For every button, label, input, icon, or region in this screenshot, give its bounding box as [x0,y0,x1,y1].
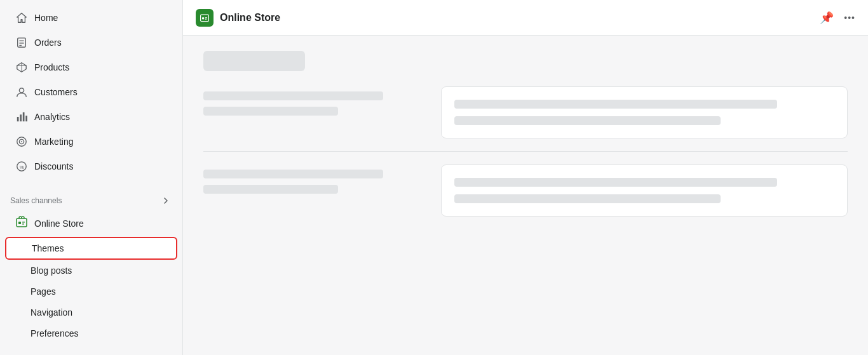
sidebar-item-discounts-label: Discounts [34,161,73,171]
sidebar-subitem-blog-posts-label: Blog posts [31,265,72,276]
svg-point-14 [21,141,22,142]
main-content: Online Store 📌 ••• [183,0,868,355]
sidebar-item-orders[interactable]: Orders [5,30,177,55]
skeleton-line-4 [203,185,338,194]
sidebar-subitem-preferences[interactable]: Preferences [5,323,177,344]
online-store-icon [15,216,28,231]
sidebar: Home Orders Products [0,0,183,355]
products-icon [15,61,28,74]
orders-icon [15,36,28,49]
sidebar-subitem-themes[interactable]: Themes [5,237,177,260]
analytics-icon [15,111,28,123]
svg-rect-10 [23,112,25,121]
sidebar-item-analytics-label: Analytics [34,112,70,122]
expand-icon[interactable] [159,194,172,207]
top-bar: Online Store 📌 ••• [183,0,868,36]
sidebar-item-marketing[interactable]: Marketing [5,130,177,154]
content-row-2 [203,164,848,217]
skeleton-card-2 [441,164,848,217]
svg-rect-23 [205,17,207,18]
skeleton-left-1 [203,86,428,138]
pin-icon[interactable]: 📌 [820,11,834,25]
top-bar-left: Online Store [196,9,280,27]
sidebar-item-customers-label: Customers [34,87,78,97]
skeleton-left-2 [203,164,428,217]
sidebar-subitem-preferences-label: Preferences [31,328,78,338]
skeleton-card-line-4 [454,194,721,203]
sales-channels-label: Sales channels [10,196,62,205]
skeleton-card-line-1 [454,100,777,109]
svg-point-7 [19,88,24,93]
sidebar-item-online-store[interactable]: Online Store [5,210,177,236]
sidebar-subitem-pages-label: Pages [31,286,56,297]
skeleton-title [203,51,305,71]
sidebar-subitem-navigation[interactable]: Navigation [5,302,177,323]
svg-rect-8 [17,117,19,121]
page-title: Online Store [220,12,280,23]
sidebar-item-products[interactable]: Products [5,55,177,79]
skeleton-card-1 [441,86,848,138]
svg-rect-19 [22,222,25,223]
sidebar-item-marketing-label: Marketing [34,137,73,147]
content-area [183,36,868,355]
content-divider [203,151,848,152]
sidebar-item-products-label: Products [34,62,69,72]
skeleton-line-3 [203,170,383,178]
svg-rect-18 [18,222,21,224]
sidebar-item-customers[interactable]: Customers [5,80,177,104]
sidebar-subitem-blog-posts[interactable]: Blog posts [5,260,177,281]
sidebar-subitem-pages[interactable]: Pages [5,281,177,302]
svg-text:%: % [20,164,24,170]
svg-rect-17 [17,218,27,227]
content-row-1 [203,86,848,138]
sidebar-item-discounts[interactable]: % Discounts [5,154,177,178]
svg-rect-11 [25,116,27,121]
home-icon [15,11,28,24]
customers-icon [15,86,28,98]
skeleton-card-line-3 [454,178,777,187]
skeleton-card-line-2 [454,116,721,125]
page-icon [196,9,214,27]
svg-rect-21 [201,15,209,21]
more-options-icon[interactable]: ••• [844,13,855,23]
sidebar-item-home[interactable]: Home [5,6,177,30]
skeleton-line-1 [203,91,383,100]
discounts-icon: % [15,160,28,173]
online-store-label: Online Store [34,218,84,229]
sidebar-item-analytics[interactable]: Analytics [5,105,177,129]
sidebar-item-orders-label: Orders [34,37,62,48]
svg-rect-20 [22,224,24,225]
sidebar-subitem-navigation-label: Navigation [31,307,72,318]
sales-channels-section: Sales channels [0,187,182,210]
svg-rect-24 [205,18,207,19]
svg-rect-9 [20,114,22,121]
sidebar-item-home-label: Home [34,13,58,23]
skeleton-line-2 [203,107,338,116]
top-bar-right: 📌 ••• [820,11,855,25]
marketing-icon [15,135,28,148]
svg-rect-22 [202,17,204,19]
sidebar-subitem-themes-label: Themes [32,243,64,253]
